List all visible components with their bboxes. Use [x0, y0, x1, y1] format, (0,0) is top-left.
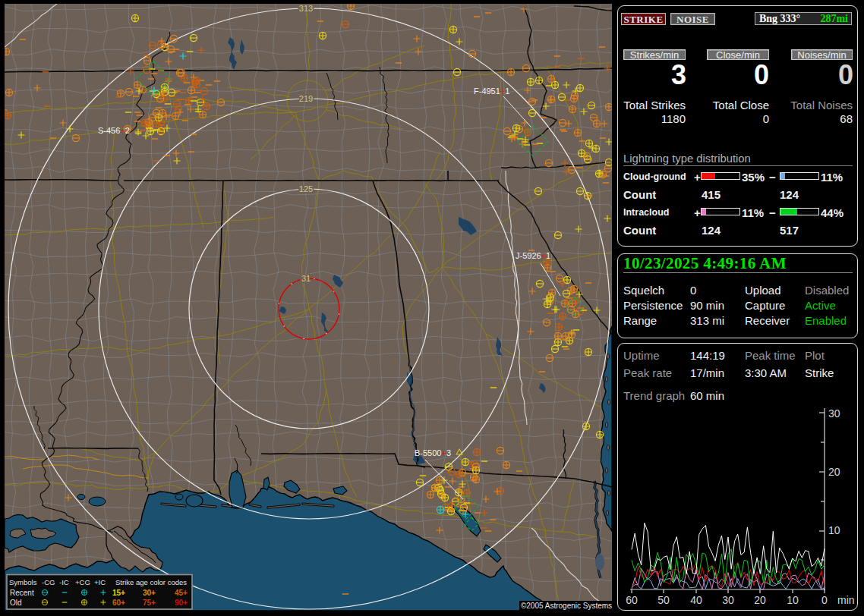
svg-text:45+: 45+	[175, 589, 188, 597]
svg-text:F-4951+1: F-4951+1	[474, 86, 509, 96]
svg-text:219: 219	[299, 94, 313, 103]
svg-text:15+: 15+	[112, 589, 125, 597]
svg-text:Recent: Recent	[10, 589, 34, 597]
svg-text:125: 125	[299, 184, 313, 193]
svg-text:J-5926+1: J-5926+1	[516, 251, 550, 260]
svg-text:50: 50	[657, 594, 670, 606]
svg-text:30: 30	[722, 594, 734, 606]
svg-text:+CG: +CG	[75, 578, 90, 586]
svg-text:-IC: -IC	[59, 578, 69, 586]
svg-text:-CG: -CG	[42, 578, 55, 586]
svg-text:10: 10	[787, 594, 799, 606]
svg-text:20: 20	[828, 466, 840, 478]
svg-text:30+: 30+	[143, 589, 156, 597]
svg-text:60+: 60+	[112, 599, 125, 607]
svg-text:S-456+2: S-456+2	[98, 126, 130, 135]
svg-text:40: 40	[690, 594, 702, 606]
svg-text:Symbols: Symbols	[9, 578, 37, 586]
svg-text:+IC: +IC	[94, 578, 106, 586]
svg-text:0: 0	[821, 594, 828, 606]
svg-text:Strike age color codes: Strike age color codes	[115, 578, 187, 586]
svg-text:20: 20	[754, 594, 766, 606]
svg-text:60: 60	[626, 594, 638, 606]
svg-text:min: min	[837, 594, 855, 606]
svg-text:31: 31	[301, 274, 311, 283]
svg-text:313: 313	[299, 4, 313, 13]
svg-text:B-5500+3: B-5500+3	[415, 448, 451, 457]
svg-text:10: 10	[828, 524, 840, 536]
svg-text:75+: 75+	[143, 599, 156, 607]
svg-text:90+: 90+	[175, 599, 188, 607]
svg-text:30: 30	[828, 407, 840, 420]
svg-text:Old: Old	[10, 599, 22, 607]
